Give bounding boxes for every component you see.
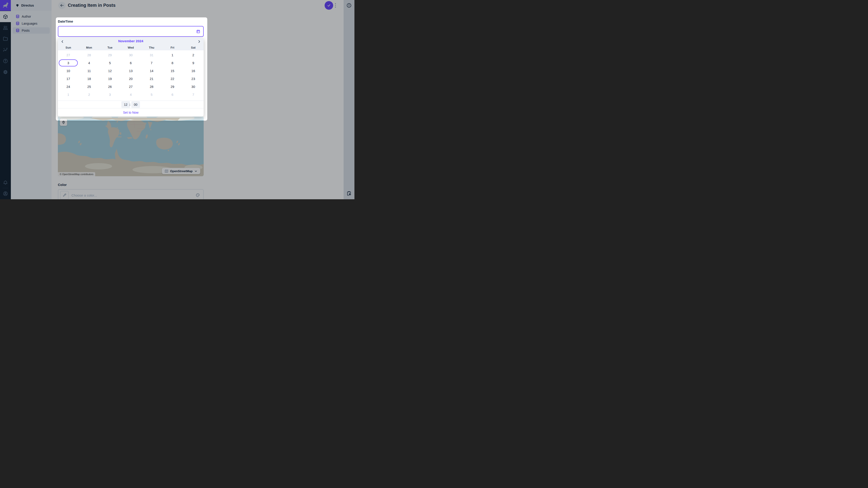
calendar-day-selected[interactable]: 3 xyxy=(58,59,79,67)
calendar-day[interactable]: 21 xyxy=(141,75,162,83)
calendar-day[interactable]: 28 xyxy=(79,51,99,59)
calendar-day[interactable]: 18 xyxy=(79,75,99,83)
next-month-button[interactable] xyxy=(196,39,202,44)
weekday-label: Fri xyxy=(162,44,183,51)
calendar-day[interactable]: 10 xyxy=(58,67,79,75)
basemap-selector[interactable]: OpenStreetMap xyxy=(162,168,200,174)
gear-icon xyxy=(3,69,8,75)
calendar-day[interactable]: 6 xyxy=(120,59,141,67)
calendar-day[interactable]: 4 xyxy=(120,91,141,98)
calendar-day[interactable]: 6 xyxy=(162,91,183,98)
save-button[interactable] xyxy=(324,1,333,10)
sidebar-item-label: Author xyxy=(22,15,31,18)
account-circle-icon xyxy=(3,191,8,196)
set-to-now-button[interactable]: Set to Now xyxy=(58,108,204,117)
info-button[interactable] xyxy=(346,3,352,8)
month-label[interactable]: November 2024 xyxy=(58,39,204,43)
add-location-pin-icon xyxy=(61,120,66,125)
project-name: Directus xyxy=(21,4,34,7)
module-files[interactable] xyxy=(0,33,11,44)
activity-button[interactable] xyxy=(346,191,352,196)
calendar-day[interactable]: 29 xyxy=(162,83,183,91)
module-insights[interactable] xyxy=(0,44,11,55)
calendar-day[interactable]: 4 xyxy=(79,59,99,67)
sidebar-item-posts[interactable]: Posts xyxy=(13,27,50,34)
datetime-picker-menu: November 2024 SunMonTueWedThuFriSat 2728… xyxy=(58,38,204,117)
calendar-day[interactable]: 13 xyxy=(120,67,141,75)
calendar-day[interactable]: 22 xyxy=(162,75,183,83)
calendar-day[interactable]: 2 xyxy=(183,51,204,59)
weekday-label: Sun xyxy=(58,44,79,51)
calendar-day[interactable]: 30 xyxy=(120,51,141,59)
dot xyxy=(335,6,336,8)
calendar-icon[interactable] xyxy=(196,29,200,34)
bell-icon xyxy=(3,180,8,185)
color-field-label: Color xyxy=(58,183,67,187)
datetime-field-label: DateTime xyxy=(58,20,73,23)
calendar-day[interactable]: 29 xyxy=(99,51,120,59)
minute-input[interactable]: 00 xyxy=(131,101,140,108)
weekday-label: Wed xyxy=(120,44,141,51)
calendar-day[interactable]: 7 xyxy=(183,91,204,98)
calendar-day[interactable]: 27 xyxy=(120,83,141,91)
datetime-input[interactable] xyxy=(58,26,204,37)
calendar-day[interactable]: 24 xyxy=(58,83,79,91)
add-location-button[interactable] xyxy=(60,119,67,126)
sidebar-item-author[interactable]: Author xyxy=(13,13,50,20)
more-options-button[interactable] xyxy=(334,2,337,8)
map-field[interactable]: © OpenStreetMap contributors OpenStreetM… xyxy=(58,117,204,176)
rabbit-logo-icon xyxy=(2,2,9,9)
module-help[interactable] xyxy=(0,55,11,66)
calendar-day[interactable]: 30 xyxy=(183,83,204,91)
calendar-day[interactable]: 28 xyxy=(141,83,162,91)
calendar-day[interactable]: 16 xyxy=(183,67,204,75)
sidebar-item-label: Posts xyxy=(22,29,30,32)
calendar-day[interactable]: 3 xyxy=(99,91,120,98)
account-button[interactable] xyxy=(0,188,11,199)
calendar-day[interactable]: 20 xyxy=(120,75,141,83)
arrow-left-icon xyxy=(60,3,64,8)
chevron-down-icon xyxy=(194,169,197,173)
calendar-day[interactable]: 25 xyxy=(79,83,99,91)
calendar-day[interactable]: 1 xyxy=(58,91,79,98)
basemap-label: OpenStreetMap xyxy=(170,169,193,173)
folder-icon xyxy=(3,36,8,41)
module-settings[interactable] xyxy=(0,66,11,77)
notifications-button[interactable] xyxy=(0,177,11,188)
page-header: Creating Item in Posts xyxy=(52,0,344,11)
calendar-day[interactable]: 17 xyxy=(58,75,79,83)
module-users[interactable] xyxy=(0,22,11,33)
calendar-day[interactable]: 27 xyxy=(58,51,79,59)
calendar-day[interactable]: 5 xyxy=(99,59,120,67)
users-icon xyxy=(3,25,8,31)
info-icon xyxy=(346,3,352,8)
back-button[interactable] xyxy=(58,2,66,9)
project-chooser[interactable]: Directus xyxy=(11,0,52,11)
dot xyxy=(335,5,336,6)
hour-input[interactable]: 12 xyxy=(121,101,130,108)
calendar-day[interactable]: 19 xyxy=(99,75,120,83)
calendar-day[interactable]: 26 xyxy=(99,83,120,91)
directus-logo[interactable] xyxy=(0,0,11,11)
calendar-day[interactable]: 31 xyxy=(141,51,162,59)
calendar-day[interactable]: 12 xyxy=(99,67,120,75)
calendar-day[interactable]: 8 xyxy=(162,59,183,67)
sidebar-item-languages[interactable]: Languages xyxy=(13,20,50,27)
calendar-day[interactable]: 2 xyxy=(79,91,99,98)
color-swatch-button[interactable] xyxy=(60,191,69,199)
map-attribution[interactable]: © OpenStreetMap contributors xyxy=(58,172,95,176)
sidebar-item-label: Languages xyxy=(22,22,37,25)
calendar-day-grid: 2728293031123456789101112131415161718192… xyxy=(58,51,204,98)
calendar-day[interactable]: 1 xyxy=(162,51,183,59)
calendar-day[interactable]: 11 xyxy=(79,67,99,75)
color-input[interactable]: Choose a color... xyxy=(58,189,204,199)
module-content-active[interactable] xyxy=(0,11,11,22)
calendar-day[interactable]: 14 xyxy=(141,67,162,75)
calendar-day[interactable]: 9 xyxy=(183,59,204,67)
calendar-day[interactable]: 7 xyxy=(141,59,162,67)
calendar-header: November 2024 SunMonTueWedThuFriSat xyxy=(58,38,204,51)
calendar-day[interactable]: 23 xyxy=(183,75,204,83)
database-icon xyxy=(16,14,20,19)
calendar-day[interactable]: 5 xyxy=(141,91,162,98)
calendar-day[interactable]: 15 xyxy=(162,67,183,75)
